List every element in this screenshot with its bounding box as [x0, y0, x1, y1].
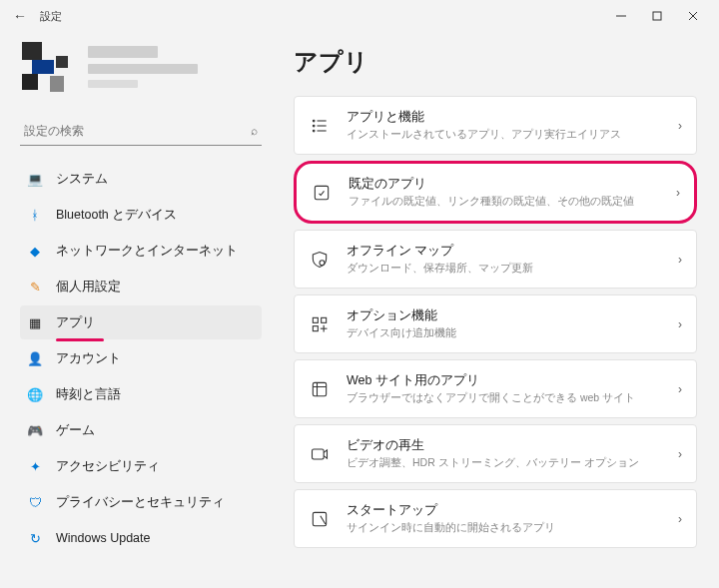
svg-point-4	[313, 120, 315, 122]
search-icon: ⌕	[251, 124, 258, 138]
svg-rect-19	[313, 512, 326, 525]
nav-icon: 🎮	[26, 421, 44, 439]
nav-list: 💻システムᚼBluetooth とデバイス◆ネットワークとインターネット✎個人用…	[20, 162, 262, 555]
card-title: ビデオの再生	[347, 437, 678, 454]
card-title: オプション機能	[347, 307, 678, 324]
card-subtitle: サインイン時に自動的に開始されるアプリ	[347, 521, 678, 535]
settings-card-5[interactable]: ビデオの再生ビデオ調整、HDR ストリーミング、バッテリー オプション›	[294, 424, 697, 483]
card-icon	[309, 115, 331, 137]
sidebar-item-5[interactable]: 👤アカウント	[20, 341, 262, 375]
settings-card-4[interactable]: Web サイト用のアプリブラウザーではなくアプリで開くことができる web サイ…	[294, 359, 697, 418]
card-title: スタートアップ	[347, 502, 678, 519]
sidebar: ⌕ 💻システムᚼBluetooth とデバイス◆ネットワークとインターネット✎個…	[0, 32, 268, 588]
nav-label: Bluetooth とデバイス	[56, 207, 177, 224]
nav-icon: 💻	[26, 170, 44, 188]
profile-text	[88, 46, 198, 94]
nav-label: システム	[56, 171, 108, 188]
nav-icon: ✎	[26, 278, 44, 295]
profile-block[interactable]	[20, 42, 262, 98]
titlebar: ← 設定	[0, 0, 719, 32]
svg-point-8	[313, 130, 315, 132]
card-icon	[309, 508, 331, 530]
settings-card-6[interactable]: スタートアップサインイン時に自動的に開始されるアプリ›	[294, 489, 697, 548]
nav-icon: ✦	[26, 457, 44, 475]
back-button[interactable]: ←	[8, 4, 32, 28]
nav-label: アクセシビリティ	[56, 458, 160, 475]
nav-icon: 🌐	[26, 385, 44, 403]
nav-icon: ↻	[26, 529, 44, 547]
nav-icon: ▦	[26, 313, 44, 331]
nav-icon: ᚼ	[26, 206, 44, 224]
settings-card-0[interactable]: アプリと機能インストールされているアプリ、アプリ実行エイリアス›	[294, 96, 697, 155]
card-icon	[309, 313, 331, 335]
sidebar-item-1[interactable]: ᚼBluetooth とデバイス	[20, 198, 262, 232]
search-box[interactable]: ⌕	[20, 116, 262, 146]
card-icon	[309, 378, 331, 400]
card-icon	[309, 443, 331, 465]
card-subtitle: インストールされているアプリ、アプリ実行エイリアス	[347, 128, 678, 142]
card-icon	[309, 249, 331, 271]
sidebar-item-4[interactable]: ▦アプリ	[20, 305, 262, 339]
svg-point-6	[313, 125, 315, 127]
card-title: アプリと機能	[347, 109, 678, 126]
chevron-right-icon: ›	[678, 119, 682, 133]
nav-label: 個人用設定	[56, 279, 121, 295]
card-subtitle: ファイルの既定値、リンク種類の既定値、その他の既定値	[349, 195, 676, 209]
svg-rect-18	[313, 449, 325, 459]
nav-label: 時刻と言語	[56, 386, 121, 403]
chevron-right-icon: ›	[676, 186, 680, 200]
svg-rect-10	[315, 186, 328, 199]
sidebar-item-2[interactable]: ◆ネットワークとインターネット	[20, 234, 262, 268]
avatar	[20, 42, 76, 98]
svg-rect-17	[313, 382, 326, 395]
svg-rect-13	[322, 317, 327, 322]
settings-card-2[interactable]: オフライン マップダウンロード、保存場所、マップ更新›	[294, 230, 697, 289]
search-input[interactable]	[24, 124, 251, 138]
sidebar-item-10[interactable]: ↻Windows Update	[20, 521, 262, 555]
sidebar-item-3[interactable]: ✎個人用設定	[20, 270, 262, 303]
nav-label: ネットワークとインターネット	[56, 243, 238, 260]
chevron-right-icon: ›	[678, 512, 682, 526]
svg-rect-1	[653, 12, 661, 20]
minimize-button[interactable]	[603, 2, 639, 30]
nav-label: プライバシーとセキュリティ	[56, 494, 225, 511]
chevron-right-icon: ›	[678, 447, 682, 461]
main-content: アプリ アプリと機能インストールされているアプリ、アプリ実行エイリアス›既定のア…	[268, 32, 719, 588]
card-subtitle: ブラウザーではなくアプリで開くことができる web サイト	[347, 391, 678, 405]
svg-rect-14	[313, 325, 318, 330]
nav-icon: 🛡	[26, 493, 44, 511]
card-title: Web サイト用のアプリ	[347, 372, 678, 389]
cards-list: アプリと機能インストールされているアプリ、アプリ実行エイリアス›既定のアプリファ…	[294, 96, 697, 548]
sidebar-item-7[interactable]: 🎮ゲーム	[20, 413, 262, 447]
sidebar-item-8[interactable]: ✦アクセシビリティ	[20, 449, 262, 483]
card-title: オフライン マップ	[347, 243, 678, 260]
settings-card-1[interactable]: 既定のアプリファイルの既定値、リンク種類の既定値、その他の既定値›	[294, 161, 697, 224]
card-subtitle: ビデオ調整、HDR ストリーミング、バッテリー オプション	[347, 456, 678, 470]
maximize-button[interactable]	[639, 2, 675, 30]
card-title: 既定のアプリ	[349, 176, 676, 193]
nav-label: ゲーム	[56, 422, 95, 439]
window-title: 設定	[40, 9, 62, 24]
nav-label: アカウント	[56, 350, 121, 367]
nav-label: Windows Update	[56, 531, 151, 545]
close-button[interactable]	[675, 2, 711, 30]
nav-icon: ◆	[26, 242, 44, 260]
nav-icon: 👤	[26, 349, 44, 367]
svg-point-11	[320, 260, 325, 265]
page-title: アプリ	[294, 46, 697, 78]
chevron-right-icon: ›	[678, 317, 682, 331]
svg-rect-12	[313, 317, 318, 322]
chevron-right-icon: ›	[678, 253, 682, 267]
sidebar-item-9[interactable]: 🛡プライバシーとセキュリティ	[20, 485, 262, 519]
card-icon	[311, 182, 333, 204]
sidebar-item-0[interactable]: 💻システム	[20, 162, 262, 196]
settings-card-3[interactable]: オプション機能デバイス向け追加機能›	[294, 294, 697, 353]
card-subtitle: ダウンロード、保存場所、マップ更新	[347, 262, 678, 276]
card-subtitle: デバイス向け追加機能	[347, 326, 678, 340]
chevron-right-icon: ›	[678, 382, 682, 396]
nav-label: アプリ	[56, 314, 95, 331]
sidebar-item-6[interactable]: 🌐時刻と言語	[20, 377, 262, 411]
